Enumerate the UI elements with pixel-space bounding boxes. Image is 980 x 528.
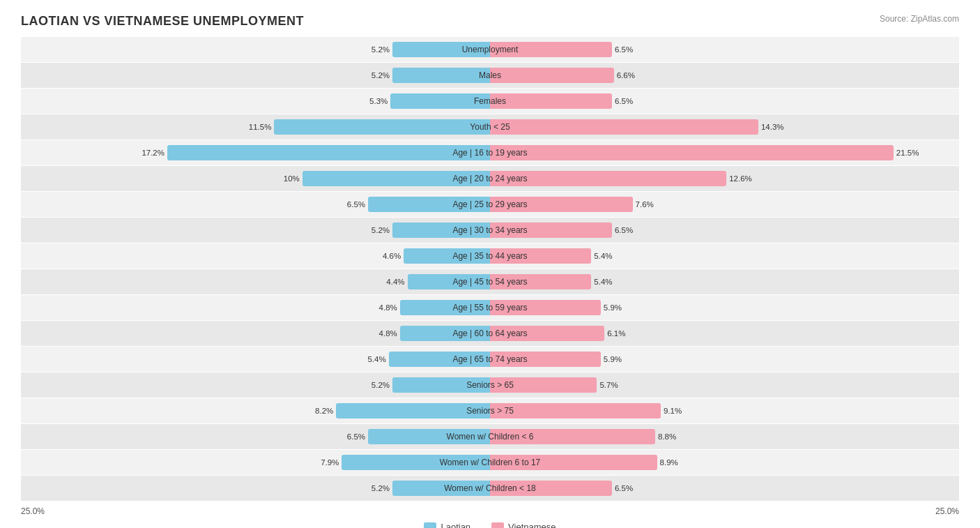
- legend: Laotian Vietnamese: [21, 522, 959, 528]
- table-row: 5.2%6.5%Unemployment: [21, 37, 959, 62]
- table-row: 8.2%9.1%Seniors > 75: [21, 398, 959, 423]
- table-row: 5.3%6.5%Females: [21, 89, 959, 114]
- table-row: 4.8%5.9%Age | 55 to 59 years: [21, 295, 959, 320]
- chart-source: Source: ZipAtlas.com: [880, 14, 959, 24]
- chart-title: LAOTIAN VS VIETNAMESE UNEMPLOYMENT: [21, 14, 304, 29]
- legend-vietnamese-label: Vietnamese: [508, 522, 556, 528]
- chart-body: 5.2%6.5%Unemployment5.2%6.6%Males5.3%6.5…: [21, 37, 959, 501]
- chart-container: LAOTIAN VS VIETNAMESE UNEMPLOYMENT Sourc…: [21, 14, 959, 528]
- table-row: 10%12.6%Age | 20 to 24 years: [21, 166, 959, 191]
- legend-laotian-box: [424, 522, 436, 529]
- table-row: 5.2%6.5%Women w/ Children < 18: [21, 476, 959, 501]
- legend-vietnamese-box: [491, 522, 504, 529]
- table-row: 17.2%21.5%Age | 16 to 19 years: [21, 140, 959, 165]
- table-row: 6.5%8.8%Women w/ Children < 6: [21, 424, 959, 449]
- legend-vietnamese: Vietnamese: [491, 522, 556, 528]
- table-row: 5.4%5.9%Age | 65 to 74 years: [21, 347, 959, 372]
- chart-header: LAOTIAN VS VIETNAMESE UNEMPLOYMENT Sourc…: [21, 14, 959, 29]
- axis-left: 25.0%: [21, 506, 45, 516]
- table-row: 11.5%14.3%Youth < 25: [21, 114, 959, 139]
- table-row: 5.2%5.7%Seniors > 65: [21, 372, 959, 398]
- axis-right: 25.0%: [935, 506, 959, 516]
- legend-laotian: Laotian: [424, 522, 470, 528]
- axis-row: 25.0% 25.0%: [21, 506, 959, 516]
- table-row: 5.2%6.6%Males: [21, 63, 959, 88]
- table-row: 4.8%6.1%Age | 60 to 64 years: [21, 321, 959, 346]
- table-row: 6.5%7.6%Age | 25 to 29 years: [21, 192, 959, 217]
- table-row: 4.4%5.4%Age | 45 to 54 years: [21, 269, 959, 294]
- legend-laotian-label: Laotian: [441, 522, 470, 528]
- table-row: 7.9%8.9%Women w/ Children 6 to 17: [21, 450, 959, 475]
- table-row: 5.2%6.5%Age | 30 to 34 years: [21, 218, 959, 243]
- table-row: 4.6%5.4%Age | 35 to 44 years: [21, 243, 959, 269]
